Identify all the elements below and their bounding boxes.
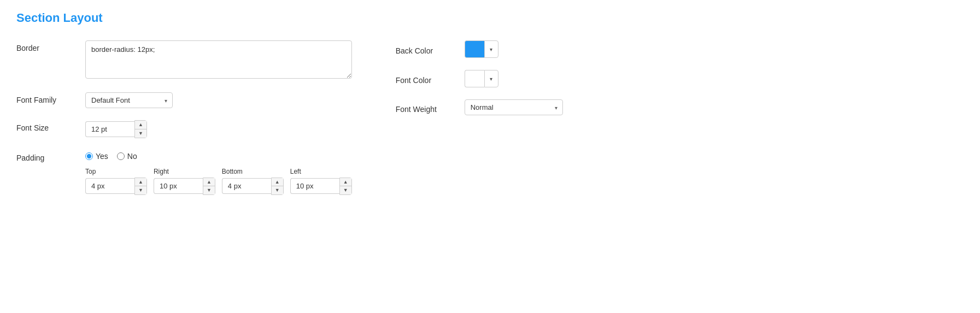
padding-left-spinner: ▲ ▼ [290, 178, 352, 196]
font-family-label: Font Family [16, 92, 77, 104]
border-textarea[interactable] [85, 40, 352, 79]
back-color-control: ▾ [465, 40, 498, 58]
back-color-swatch[interactable] [465, 40, 484, 58]
border-row: Border [16, 40, 352, 80]
padding-right-input[interactable] [154, 178, 203, 194]
font-weight-select[interactable]: Normal Bold Lighter Bolder 100 200 300 4… [465, 99, 563, 115]
padding-yes-radio[interactable] [85, 152, 93, 160]
font-family-control: Default Font Arial Times New Roman Verda… [85, 92, 352, 108]
font-size-spinner: ▲ ▼ [85, 120, 352, 138]
padding-top-up-button[interactable]: ▲ [135, 178, 146, 187]
padding-right-up-button[interactable]: ▲ [203, 178, 215, 187]
padding-top-down-button[interactable]: ▼ [135, 186, 146, 194]
padding-right-down-button[interactable]: ▼ [203, 186, 215, 194]
font-color-label: Font Color [396, 73, 456, 85]
padding-no-radio[interactable] [117, 152, 125, 160]
left-column: Border Font Family Default Font Arial Ti… [16, 40, 352, 195]
font-weight-select-wrap: Normal Bold Lighter Bolder 100 200 300 4… [465, 99, 563, 115]
font-size-spinner-buttons: ▲ ▼ [134, 120, 147, 138]
padding-no-label[interactable]: No [117, 152, 137, 161]
back-color-label: Back Color [396, 43, 456, 55]
font-size-control: ▲ ▼ [85, 120, 352, 138]
padding-yes-label[interactable]: Yes [85, 152, 108, 161]
padding-bottom-up-button[interactable]: ▲ [272, 178, 283, 187]
padding-top-label: Top [85, 168, 147, 175]
padding-bottom-down-button[interactable]: ▼ [272, 186, 283, 194]
page-title: Section Layout [16, 11, 964, 25]
padding-bottom-label: Bottom [222, 168, 284, 175]
padding-bottom-group: Bottom ▲ ▼ [222, 168, 284, 196]
font-family-select[interactable]: Default Font Arial Times New Roman Verda… [85, 92, 173, 108]
padding-right-label: Right [154, 168, 215, 175]
padding-right-spinner: ▲ ▼ [154, 178, 215, 196]
right-column: Back Color ▾ Font Color ▾ Font Weight No… [396, 40, 672, 195]
font-weight-row: Font Weight Normal Bold Lighter Bolder 1… [396, 99, 672, 115]
padding-right-buttons: ▲ ▼ [203, 178, 215, 196]
font-color-row: Font Color ▾ [396, 70, 672, 87]
font-color-swatch[interactable] [465, 70, 484, 87]
padding-top-group: Top ▲ ▼ [85, 168, 147, 196]
padding-right-group: Right ▲ ▼ [154, 168, 215, 196]
back-color-row: Back Color ▾ [396, 40, 672, 58]
font-color-dropdown-button[interactable]: ▾ [484, 70, 498, 87]
padding-left-label: Left [290, 168, 352, 175]
padding-no-text: No [127, 152, 137, 161]
padding-bottom-input[interactable] [222, 178, 271, 194]
padding-left-up-button[interactable]: ▲ [340, 178, 351, 187]
font-color-control: ▾ [465, 70, 498, 87]
padding-left-input[interactable] [290, 178, 339, 194]
border-control [85, 40, 352, 80]
font-size-row: Font Size ▲ ▼ [16, 120, 352, 138]
font-size-input[interactable] [85, 121, 134, 137]
back-color-dropdown-button[interactable]: ▾ [484, 40, 498, 58]
font-weight-label: Font Weight [396, 102, 456, 114]
padding-top-spinner: ▲ ▼ [85, 178, 147, 196]
padding-top-input[interactable] [85, 178, 134, 194]
border-label: Border [16, 40, 77, 52]
font-size-label: Font Size [16, 120, 77, 132]
padding-left-buttons: ▲ ▼ [339, 178, 352, 196]
padding-label: Padding [16, 150, 77, 162]
padding-top-buttons: ▲ ▼ [134, 178, 147, 196]
padding-label-row: Padding Yes No [16, 150, 137, 162]
font-size-down-button[interactable]: ▼ [135, 129, 146, 138]
form-layout: Border Font Family Default Font Arial Ti… [16, 40, 672, 195]
padding-bottom-buttons: ▲ ▼ [271, 178, 284, 196]
font-family-select-wrap: Default Font Arial Times New Roman Verda… [85, 92, 173, 108]
font-size-up-button[interactable]: ▲ [135, 121, 146, 129]
padding-fields: Top ▲ ▼ Right ▲ [85, 168, 352, 196]
padding-left-group: Left ▲ ▼ [290, 168, 352, 196]
font-family-row: Font Family Default Font Arial Times New… [16, 92, 352, 108]
padding-row: Padding Yes No Top [16, 150, 352, 196]
padding-left-down-button[interactable]: ▼ [340, 186, 351, 194]
padding-yes-text: Yes [96, 152, 108, 161]
padding-radio-group: Yes No [85, 152, 137, 161]
padding-bottom-spinner: ▲ ▼ [222, 178, 284, 196]
